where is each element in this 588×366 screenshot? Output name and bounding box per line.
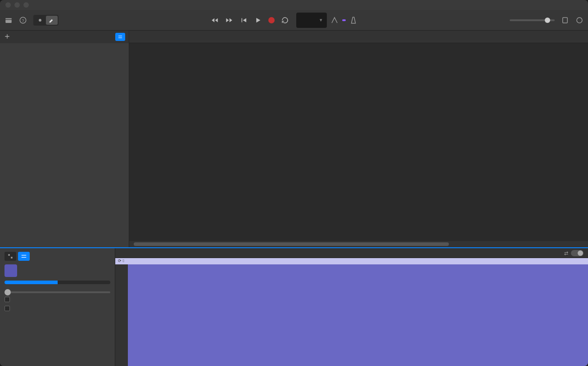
view-controls-icon[interactable] bbox=[34, 16, 46, 25]
editor-amplitude-scale bbox=[115, 264, 128, 366]
svg-point-4 bbox=[577, 18, 582, 23]
pitch-correction-slider[interactable] bbox=[5, 291, 110, 293]
metronome-icon[interactable] bbox=[349, 16, 357, 24]
editor-region-icon bbox=[5, 264, 17, 277]
editor-ruler[interactable]: ⇄ bbox=[115, 248, 588, 258]
snap-toggle[interactable] bbox=[571, 250, 583, 256]
snap-icon[interactable]: ⇄ bbox=[564, 250, 568, 256]
tuner-icon[interactable] bbox=[330, 16, 339, 24]
checkbox-enable-flex[interactable] bbox=[5, 306, 110, 311]
editor-loop-icon: ⟳ bbox=[118, 259, 122, 263]
loops-browser-icon[interactable] bbox=[575, 16, 583, 24]
track-list bbox=[0, 31, 129, 247]
close-window[interactable] bbox=[5, 2, 11, 8]
record-button[interactable] bbox=[268, 17, 275, 23]
zoom-window[interactable] bbox=[23, 2, 29, 8]
editor-mode-omrade[interactable] bbox=[58, 281, 111, 284]
add-track-button[interactable] bbox=[4, 33, 12, 41]
timeline-ruler[interactable] bbox=[129, 31, 588, 43]
track-header-config-icon[interactable] bbox=[115, 33, 125, 41]
editor-tab-track-icon[interactable] bbox=[18, 252, 30, 261]
editor-mode-spor[interactable] bbox=[5, 281, 58, 284]
view-edit-icon[interactable] bbox=[46, 16, 58, 25]
view-toggle[interactable] bbox=[33, 15, 59, 26]
notepad-icon[interactable] bbox=[561, 16, 569, 24]
rewind-icon[interactable] bbox=[211, 16, 219, 24]
arrange-area[interactable] bbox=[129, 31, 588, 247]
svg-text:?: ? bbox=[22, 18, 24, 22]
editor-waveform bbox=[128, 264, 588, 366]
minimize-window[interactable] bbox=[14, 2, 20, 8]
count-in-badge[interactable] bbox=[342, 19, 346, 21]
toolbar: ? ▾ bbox=[0, 10, 588, 31]
help-icon[interactable]: ? bbox=[19, 16, 27, 24]
master-volume-slider[interactable] bbox=[510, 19, 555, 21]
play-icon[interactable] bbox=[254, 16, 262, 24]
horizontal-scrollbar[interactable] bbox=[129, 241, 588, 247]
editor-tab-region-icon[interactable] bbox=[5, 252, 16, 261]
svg-point-2 bbox=[39, 19, 41, 22]
lcd-display[interactable]: ▾ bbox=[296, 13, 327, 28]
titlebar bbox=[0, 0, 588, 10]
checkbox-limit-key[interactable] bbox=[5, 297, 110, 302]
go-to-start-icon[interactable] bbox=[240, 16, 248, 24]
library-icon[interactable] bbox=[5, 16, 13, 24]
cycle-icon[interactable] bbox=[281, 16, 289, 24]
audio-editor: ⇄ ⟳ ⃝ bbox=[0, 247, 588, 366]
editor-mode-segment[interactable] bbox=[5, 281, 110, 284]
svg-rect-3 bbox=[563, 18, 568, 23]
forward-icon[interactable] bbox=[225, 16, 233, 24]
editor-region[interactable]: ⟳ ⃝ bbox=[115, 258, 588, 366]
